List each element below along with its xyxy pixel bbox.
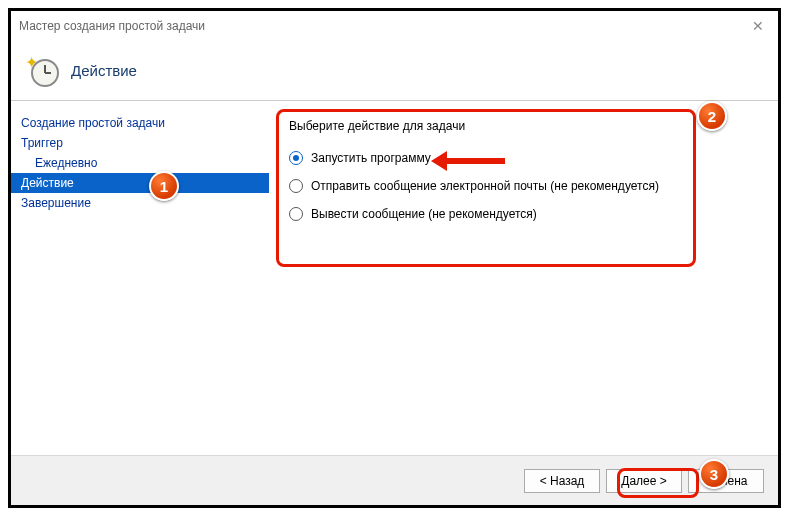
window-title: Мастер создания простой задачи: [19, 19, 205, 33]
option-label: Запустить программу: [311, 151, 431, 165]
action-prompt: Выберите действие для задачи: [289, 119, 758, 133]
wizard-footer: < Назад Далее > Отмена: [11, 455, 778, 505]
radio-icon: [289, 179, 303, 193]
wizard-body: Создание простой задачи Триггер Ежедневн…: [11, 101, 778, 455]
radio-icon: [289, 151, 303, 165]
back-button[interactable]: < Назад: [524, 469, 600, 493]
step-trigger[interactable]: Триггер: [11, 133, 269, 153]
option-display-message[interactable]: Вывести сообщение (не рекомендуется): [289, 207, 758, 221]
step-finish[interactable]: Завершение: [11, 193, 269, 213]
radio-icon: [289, 207, 303, 221]
cancel-button[interactable]: Отмена: [688, 469, 764, 493]
content-pane: Выберите действие для задачи Запустить п…: [269, 101, 778, 455]
step-action[interactable]: Действие: [11, 173, 269, 193]
task-clock-icon: ✦: [27, 55, 59, 87]
page-title: Действие: [71, 62, 137, 79]
option-send-email[interactable]: Отправить сообщение электронной почты (н…: [289, 179, 758, 193]
step-create[interactable]: Создание простой задачи: [11, 113, 269, 133]
step-daily[interactable]: Ежедневно: [11, 153, 269, 173]
wizard-header: ✦ Действие: [11, 41, 778, 101]
titlebar: Мастер создания простой задачи ✕: [11, 11, 778, 41]
close-icon[interactable]: ✕: [746, 18, 770, 34]
option-label: Отправить сообщение электронной почты (н…: [311, 179, 659, 193]
wizard-window: Мастер создания простой задачи ✕ ✦ Дейст…: [8, 8, 781, 508]
option-start-program[interactable]: Запустить программу: [289, 151, 758, 165]
next-button[interactable]: Далее >: [606, 469, 682, 493]
wizard-steps-sidebar: Создание простой задачи Триггер Ежедневн…: [11, 101, 269, 455]
option-label: Вывести сообщение (не рекомендуется): [311, 207, 537, 221]
